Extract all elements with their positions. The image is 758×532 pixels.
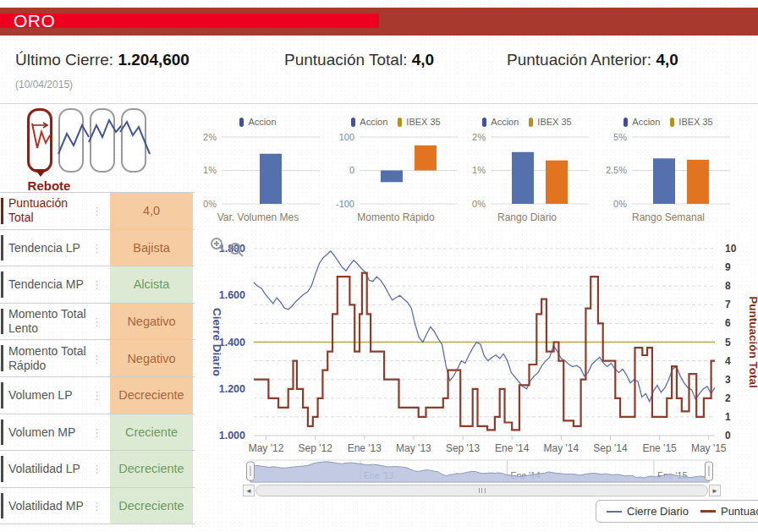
row-drag-handle-icon[interactable]: ⋮ [91, 352, 102, 365]
svg-text:5%: 5% [613, 132, 627, 142]
pattern-icon-rebote[interactable] [27, 108, 52, 173]
last-close-summary: Último Cierre: 1.204,600 [15, 51, 190, 69]
svg-text:100: 100 [339, 132, 354, 142]
svg-text:5: 5 [725, 337, 731, 348]
legend-item-accion[interactable]: Accion [482, 117, 519, 127]
double-top-zigzag-icon [91, 110, 117, 171]
legend-line-sample [700, 510, 716, 513]
svg-text:10: 10 [725, 243, 737, 255]
pattern-selector [27, 108, 146, 173]
svg-text:1.200: 1.200 [219, 383, 245, 395]
row-drag-handle-icon[interactable]: ⋮ [91, 241, 102, 254]
svg-text:1%: 1% [472, 165, 486, 175]
legend-item-accion[interactable]: Accion [239, 117, 276, 127]
legend-item-accion[interactable]: Accion [351, 117, 387, 127]
scrollbar-right-arrow[interactable]: ► [709, 485, 721, 496]
indicator-row-8[interactable]: Volatilidad MP⋮Decreciente [0, 488, 195, 525]
svg-text:1.000: 1.000 [219, 430, 245, 442]
pattern-icon-trend-up[interactable] [58, 108, 84, 173]
dashboard-page: ORO Último Cierre: 1.204,600 Puntuación … [0, 0, 758, 532]
svg-text:2: 2 [725, 392, 731, 404]
trend-up-zigzag-icon [60, 110, 85, 171]
mini-chart-rango-diario: AccionIBEX 350%1%2%Rango Diario [464, 115, 590, 223]
svg-text:May '13: May '13 [396, 442, 431, 454]
legend-item-ibex-35[interactable]: IBEX 35 [670, 117, 712, 127]
indicator-row-0[interactable]: Puntuación Total⋮4,0 [0, 193, 195, 230]
svg-text:Ene '15: Ene '15 [642, 442, 677, 454]
legend-item-puntuación[interactable]: Puntuación [700, 505, 758, 518]
legend-marker-icon [670, 118, 674, 127]
row-accent-bar [1, 456, 3, 482]
indicator-value: Negativo [110, 304, 193, 340]
range-navigator[interactable]: Ene '13Ene '14Ene '15 [203, 457, 758, 485]
total-score-summary: Puntuación Total: 4,0 [284, 51, 434, 69]
mini-chart-momento-rapido: AccionIBEX 35-1000100Momento Rápido [332, 115, 459, 223]
indicator-value: Creciente [110, 414, 193, 451]
svg-text:0%: 0% [203, 199, 217, 209]
legend-item-cierre-diario[interactable]: Cierre Diario [607, 505, 689, 518]
svg-text:2.5%: 2.5% [606, 165, 627, 175]
svg-text:0%: 0% [472, 199, 486, 209]
navigator-left-handle[interactable] [247, 462, 255, 480]
pattern-icon-trend-down[interactable] [121, 108, 146, 173]
mini-chart-plot: 0%1%2% [195, 129, 321, 210]
svg-text:7: 7 [725, 299, 731, 310]
row-drag-handle-icon[interactable]: ⋮ [91, 463, 102, 475]
svg-text:Sep '13: Sep '13 [446, 442, 481, 454]
row-drag-handle-icon[interactable]: ⋮ [91, 278, 102, 291]
indicator-label: Tendencia LP [8, 240, 90, 255]
indicator-row-4[interactable]: Momento Total Rápido⋮Negativo [0, 340, 195, 377]
row-drag-handle-icon[interactable]: ⋮ [91, 500, 102, 513]
chart-legend: Cierre DiarioPuntuación [596, 500, 758, 523]
indicator-value: Alcista [110, 266, 193, 303]
indicator-label: Momento Total Rápido [8, 344, 90, 373]
scrollbar-track[interactable] [255, 485, 708, 496]
svg-text:1%: 1% [203, 165, 217, 175]
indicator-value: Negativo [110, 340, 193, 376]
legend-item-ibex-35[interactable]: IBEX 35 [529, 117, 571, 127]
svg-text:0%: 0% [613, 199, 627, 209]
navigator-right-handle[interactable] [706, 462, 713, 480]
previous-score-label: Puntuación Anterior: [507, 51, 656, 69]
header-bar: ORO [0, 8, 758, 36]
svg-text:Ene '14: Ene '14 [495, 442, 530, 454]
divider [0, 103, 758, 104]
indicator-label: Momento Total Lento [8, 307, 90, 336]
svg-text:May '12: May '12 [249, 442, 284, 454]
indicator-row-3[interactable]: Momento Total Lento⋮Negativo [0, 304, 195, 341]
indicator-row-6[interactable]: Volumen MP⋮Creciente [0, 414, 195, 452]
indicator-value: Decreciente [110, 451, 193, 487]
row-drag-handle-icon[interactable]: ⋮ [91, 425, 102, 438]
indicator-label: Volatilidad LP [8, 462, 90, 476]
row-accent-bar [1, 345, 3, 371]
svg-text:2%: 2% [203, 132, 217, 142]
page-title: ORO [14, 11, 55, 31]
scrollbar-thumb-grip[interactable] [479, 488, 486, 493]
right-axis-title: Puntuación Total [747, 296, 758, 388]
scrollbar-left-arrow[interactable]: ◄ [243, 485, 255, 496]
left-axis-title: Cierre Diario [211, 308, 223, 376]
svg-text:-100: -100 [336, 199, 354, 209]
chart-scrollbar: ◄ ► [243, 485, 721, 496]
svg-text:4: 4 [725, 355, 731, 367]
indicator-table: Puntuación Total⋮4,0Tendencia LP⋮Bajista… [0, 192, 195, 524]
indicator-row-2[interactable]: Tendencia MP⋮Alcista [0, 266, 195, 304]
legend-item-ibex-35[interactable]: IBEX 35 [398, 117, 440, 127]
legend-marker-icon [351, 118, 355, 127]
row-accent-bar [1, 235, 3, 261]
svg-text:1.600: 1.600 [219, 289, 245, 301]
indicator-row-7[interactable]: Volatilidad LP⋮Decreciente [0, 451, 195, 488]
legend-marker-icon [529, 118, 533, 127]
row-drag-handle-icon[interactable]: ⋮ [91, 205, 102, 217]
legend-item-accion[interactable]: Accion [623, 117, 660, 127]
pattern-icon-double-top[interactable] [90, 108, 115, 173]
indicator-row-5[interactable]: Volumen LP⋮Decreciente [0, 377, 195, 414]
row-drag-handle-icon[interactable]: ⋮ [91, 389, 102, 402]
row-drag-handle-icon[interactable]: ⋮ [91, 315, 102, 328]
zoom-in-icon[interactable] [211, 239, 224, 251]
indicator-value: Decreciente [110, 488, 193, 524]
svg-text:2%: 2% [472, 132, 486, 142]
indicator-row-1[interactable]: Tendencia LP⋮Bajista [0, 230, 195, 267]
svg-text:6: 6 [725, 317, 731, 329]
indicator-value: 4,0 [110, 193, 193, 229]
